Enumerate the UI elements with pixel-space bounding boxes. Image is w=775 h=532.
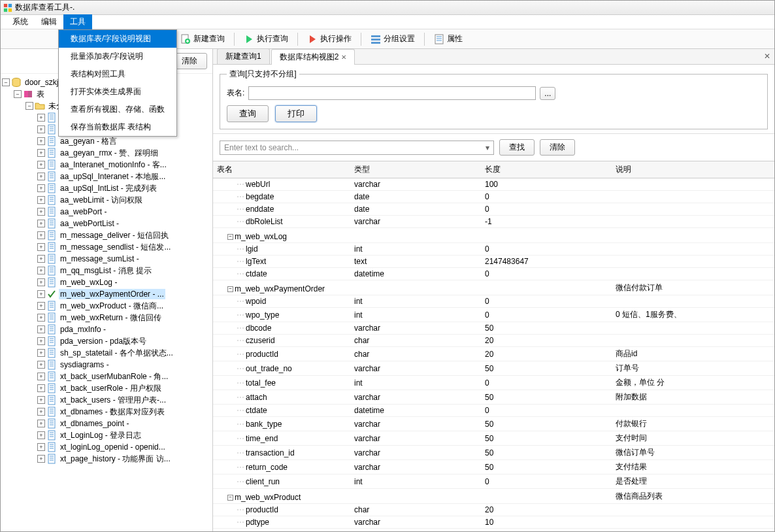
expander-icon[interactable]: + xyxy=(37,384,45,392)
tree-table-item[interactable]: +pda_mxInfo - xyxy=(2,324,211,335)
grid-field-row[interactable]: ⋯ctdatedatetime0 xyxy=(213,268,774,280)
expander-icon[interactable]: + xyxy=(37,231,45,239)
grid-field-row[interactable]: ⋯wpo_typeint00 短信、1服务费、 xyxy=(213,308,774,322)
tree-table-item[interactable]: +xt_dbnames_point - xyxy=(2,418,211,429)
grid-field-row[interactable]: ⋯enddatedate0 xyxy=(213,203,774,216)
grid-field-row[interactable]: ⋯wpoidint0 xyxy=(213,295,774,308)
grid-field-row[interactable]: ⋯client_runint0是否处理 xyxy=(213,474,774,489)
query-button[interactable]: 查询 xyxy=(227,105,269,122)
expander-icon[interactable]: + xyxy=(37,337,45,345)
collapse-icon[interactable]: − xyxy=(227,286,233,292)
clear-button[interactable]: 清除 xyxy=(172,53,207,69)
expander-icon[interactable]: + xyxy=(37,314,45,322)
tree-table-item[interactable]: +xt_dbnames - 数据库对应列表 xyxy=(2,406,211,418)
tree-table-item[interactable]: +aa_webLimit - 访问权限 xyxy=(2,194,211,206)
tree-table-item[interactable]: +m_web_wxLog - xyxy=(2,276,211,288)
tree-table-item[interactable]: +pda_version - pda版本号 xyxy=(2,335,211,347)
new-query-button[interactable]: 新建查询 xyxy=(176,32,229,46)
expander-icon[interactable]: + xyxy=(37,114,45,122)
expander-icon[interactable]: + xyxy=(37,255,45,263)
tree-table-item[interactable]: +m_message_deliver - 短信回执 xyxy=(2,229,211,241)
tree-table-item[interactable]: +aa_upSql_Interanet - 本地服... xyxy=(2,171,211,182)
expander-icon[interactable]: + xyxy=(37,125,45,133)
dropdown-icon[interactable]: ▾ xyxy=(486,143,489,152)
grid-field-row[interactable]: ⋯dbcodevarchar50 xyxy=(213,322,774,335)
grid-field-row[interactable]: ⋯pdtypevarchar10 xyxy=(213,516,774,529)
tree-table-item[interactable]: +m_web_wxReturn - 微信回传 xyxy=(2,312,211,324)
grid-field-row[interactable]: ⋯productIdchar20 xyxy=(213,504,774,516)
grid-field-row[interactable]: ⋯transaction_idvarchar50微信订单号 xyxy=(213,446,774,460)
expander-icon[interactable]: + xyxy=(37,420,45,427)
find-button[interactable]: 查找 xyxy=(499,139,535,156)
expander-icon[interactable]: + xyxy=(37,243,45,251)
grid-group-row[interactable]: − m_web_wxPaymentOrder微信付款订单 xyxy=(213,280,774,295)
expander-icon[interactable]: + xyxy=(37,396,45,404)
menu-item-entity-gen[interactable]: 打开实体类生成界面 xyxy=(59,83,176,101)
expander-icon[interactable]: + xyxy=(37,408,45,416)
tree-table-item[interactable]: +m_web_wxProduct - 微信商... xyxy=(2,300,211,312)
tree-table-item[interactable]: +aa_upSql_IntList - 完成列表 xyxy=(2,182,211,194)
expander-icon[interactable]: + xyxy=(37,290,45,298)
expander-icon[interactable]: + xyxy=(37,431,45,439)
tree-table-item[interactable]: +aa_geyan_rmx - 赞、踩明细 xyxy=(2,147,211,159)
grid-field-row[interactable]: ⋯begdatedate0 xyxy=(213,191,774,203)
tree-table-item[interactable]: +aa_webPortList - xyxy=(2,218,211,229)
expander-icon[interactable]: − xyxy=(2,78,10,86)
expander-icon[interactable]: + xyxy=(37,161,45,169)
menu-tools[interactable]: 工具 xyxy=(63,14,92,29)
tree-table-item[interactable]: +xt_back_users - 管理用户表-... xyxy=(2,394,211,406)
group-settings-button[interactable]: 分组设置 xyxy=(367,32,419,46)
search-input[interactable]: Enter text to search... ▾ xyxy=(220,141,494,155)
grid-field-row[interactable]: ⋯out_trade_novarchar50订单号 xyxy=(213,361,774,376)
col-name[interactable]: 表名 xyxy=(213,161,350,178)
menu-system[interactable]: 系统 xyxy=(6,14,35,29)
tabs-close-all[interactable]: ✕ xyxy=(764,52,770,61)
browse-button[interactable]: ... xyxy=(540,87,555,100)
expander-icon[interactable]: + xyxy=(37,173,45,180)
expander-icon[interactable]: + xyxy=(37,137,45,145)
tree-table-item[interactable]: +aa_geyan - 格言 xyxy=(2,135,211,147)
tree-table-item[interactable]: +xt_back_userMubanRole - 角... xyxy=(2,371,211,382)
grid-group-row[interactable]: − m_web_wxLog xyxy=(213,228,774,243)
expander-icon[interactable]: + xyxy=(37,361,45,369)
close-icon[interactable]: ✕ xyxy=(341,54,346,61)
tab-query1[interactable]: 新建查询1 xyxy=(217,48,270,64)
col-desc[interactable]: 说明 xyxy=(612,161,774,178)
col-length[interactable]: 长度 xyxy=(481,161,612,178)
grid-field-row[interactable]: ⋯return_codevarchar50支付结果 xyxy=(213,460,774,474)
expander-icon[interactable]: + xyxy=(37,302,45,310)
expander-icon[interactable]: + xyxy=(37,325,45,333)
tree-table-item[interactable]: +aa_webPort - xyxy=(2,206,211,218)
tree-table-item[interactable]: +xt_LoginLog - 登录日志 xyxy=(2,429,211,441)
tree-table-item[interactable]: +m_web_wxPaymentOrder - ... xyxy=(2,288,211,300)
exec-query-button[interactable]: 执行查询 xyxy=(240,32,292,46)
tree-table-item[interactable]: +sysdiagrams - xyxy=(2,359,211,371)
grid-field-row[interactable]: ⋯lgidint0 xyxy=(213,243,774,256)
tree-table-item[interactable]: +sh_sp_statetail - 各个单据状态... xyxy=(2,347,211,359)
grid-field-row[interactable]: ⋯lgTexttext2147483647 xyxy=(213,256,774,268)
tree-table-item[interactable]: +m_message_sumList - xyxy=(2,253,211,265)
exec-op-button[interactable]: 执行操作 xyxy=(303,32,355,46)
col-type[interactable]: 类型 xyxy=(350,161,481,178)
grid-field-row[interactable]: ⋯pdNamevarchar100 xyxy=(213,529,774,532)
tree-table-item[interactable]: +xt_back_userRole - 用户权限 xyxy=(2,382,211,394)
expander-icon[interactable]: + xyxy=(37,149,45,157)
tab-struct-view2[interactable]: 数据库结构视图2✕ xyxy=(271,49,355,65)
object-tree[interactable]: −door_szkj_Public−表−未分组+aa_clientRunSql_… xyxy=(1,74,212,531)
expander-icon[interactable]: − xyxy=(25,102,33,110)
grid-field-row[interactable]: ⋯productIdchar20商品id xyxy=(213,347,774,361)
properties-button[interactable]: 属性 xyxy=(430,32,467,46)
grid-field-row[interactable]: ⋯czuseridchar20 xyxy=(213,335,774,347)
tree-table-item[interactable]: +aa_Interanet_motionInfo - 客... xyxy=(2,159,211,171)
tree-table-item[interactable]: +m_message_sendlist - 短信发... xyxy=(2,241,211,253)
menu-item-view-all-views[interactable]: 查看所有视图、存储、函数 xyxy=(59,101,176,118)
grid-field-row[interactable]: ⋯attachvarchar50附加数据 xyxy=(213,390,774,405)
expander-icon[interactable]: + xyxy=(37,184,45,192)
grid-field-row[interactable]: ⋯ctdatedatetime0 xyxy=(213,405,774,417)
menu-item-table-field-desc-view[interactable]: 数据库表/字段说明视图 xyxy=(59,30,176,48)
print-button[interactable]: 打印 xyxy=(275,105,317,122)
grid-group-row[interactable]: − m_web_wxProduct微信商品列表 xyxy=(213,489,774,504)
result-grid[interactable]: 表名 类型 长度 说明 ⋯webUrlvarchar100⋯begdatedat… xyxy=(213,161,774,531)
table-name-input[interactable] xyxy=(248,86,536,100)
expander-icon[interactable]: + xyxy=(37,196,45,204)
